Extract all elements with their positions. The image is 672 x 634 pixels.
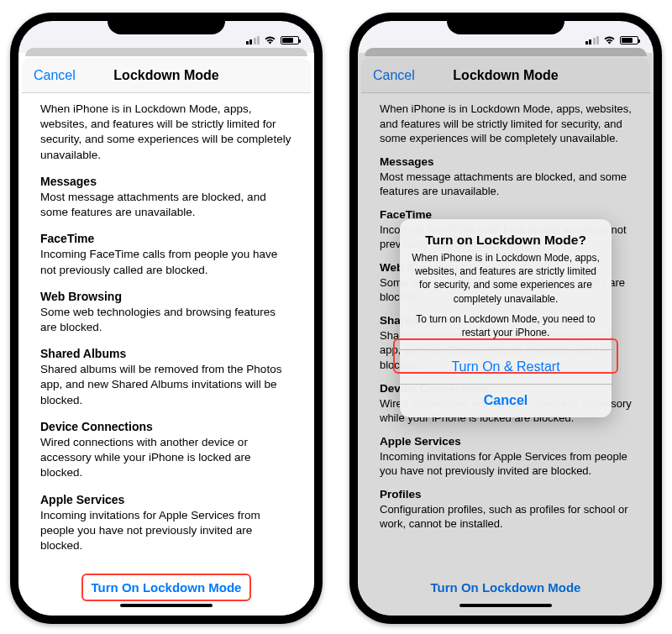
section-title: Web Browsing (40, 290, 292, 303)
home-indicator[interactable] (120, 604, 213, 607)
section-title: FaceTime (40, 232, 292, 245)
alert-subtext: To turn on Lockdown Mode, you need to re… (412, 312, 600, 339)
alert-backdrop: Turn on Lockdown Mode? When iPhone is in… (358, 21, 654, 616)
section-body: Some web technologies and browsing featu… (40, 305, 292, 335)
nav-title: Lockdown Mode (113, 68, 218, 83)
confirmation-alert: Turn on Lockdown Mode? When iPhone is in… (400, 219, 612, 417)
screen-left: Cancel Lockdown Mode When iPhone is in L… (18, 21, 314, 616)
cancel-button[interactable]: Cancel (34, 68, 76, 83)
section-body: Incoming invitations for Apple Services … (40, 508, 292, 554)
alert-title: Turn on Lockdown Mode? (412, 233, 600, 248)
section-title: Messages (40, 175, 292, 188)
section-title: Apple Services (40, 493, 292, 506)
section-body: Most message attachments are blocked, an… (40, 190, 292, 220)
turn-on-lockdown-button[interactable]: Turn On Lockdown Mode (81, 574, 252, 601)
section-device: Device Connections Wired connections wit… (40, 420, 292, 481)
wifi-icon (264, 35, 276, 45)
section-facetime: FaceTime Incoming FaceTime calls from pe… (40, 232, 292, 277)
iphone-frame-left: Cancel Lockdown Mode When iPhone is in L… (10, 13, 323, 624)
section-messages: Messages Most message attachments are bl… (40, 175, 292, 220)
section-albums: Shared Albums Shared albums will be remo… (40, 347, 292, 408)
screen-right: Cancel Lockdown Mode When iPhone is in L… (358, 21, 654, 616)
alert-cancel-button[interactable]: Cancel (400, 384, 612, 417)
alert-message: When iPhone is in Lockdown Mode, apps, w… (412, 251, 600, 306)
iphone-frame-right: Cancel Lockdown Mode When iPhone is in L… (349, 13, 662, 624)
nav-bar: Cancel Lockdown Mode (22, 58, 311, 93)
section-web: Web Browsing Some web technologies and b… (40, 290, 292, 335)
section-body: Wired connections with another device or… (40, 435, 292, 481)
sheet: Cancel Lockdown Mode When iPhone is in L… (18, 53, 314, 616)
section-services: Apple Services Incoming invitations for … (40, 493, 292, 554)
notch (108, 13, 225, 34)
scroll-content[interactable]: When iPhone is in Lockdown Mode, apps, w… (22, 93, 311, 563)
intro-text: When iPhone is in Lockdown Mode, apps, w… (40, 102, 292, 163)
section-title: Shared Albums (40, 347, 292, 360)
footer: Turn On Lockdown Mode (22, 563, 311, 610)
cellular-signal-icon (246, 36, 260, 45)
battery-icon (281, 36, 299, 45)
turn-on-and-restart-button[interactable]: Turn On & Restart (400, 350, 612, 384)
section-title: Device Connections (40, 420, 292, 433)
section-body: Shared albums will be removed from the P… (40, 362, 292, 408)
section-body: Incoming FaceTime calls from people you … (40, 247, 292, 277)
sheet-background-card (25, 48, 307, 56)
